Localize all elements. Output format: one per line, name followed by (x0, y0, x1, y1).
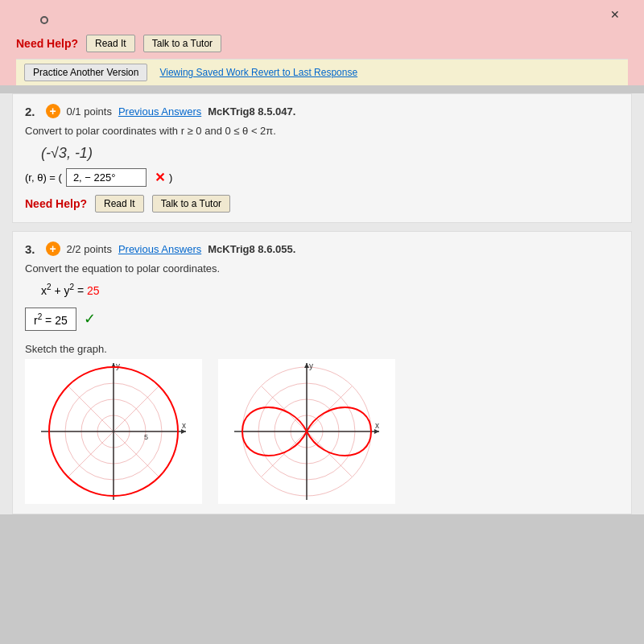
read-it-button-q2[interactable]: Read It (95, 195, 144, 213)
question-3-number: 3. (25, 242, 35, 256)
question-2-wrong-icon: ✕ (155, 170, 165, 185)
answer-suffix: ) (169, 171, 172, 184)
question-3-header: 3. + 2/2 points Previous Answers McKTrig… (25, 242, 619, 256)
practice-bar: Practice Another Version Viewing Saved W… (16, 59, 628, 85)
question-3-code: McKTrig8 8.6.055. (208, 243, 295, 255)
question-3-answer-row: r2 = 25 ✓ (25, 303, 619, 336)
question-3-answer-box[interactable]: r2 = 25 (25, 308, 76, 332)
polar-graph-2-svg: x y (218, 359, 395, 504)
eq-left: x2 + y2 (41, 284, 74, 297)
svg-text:5: 5 (144, 433, 148, 441)
viewing-saved-link[interactable]: Viewing Saved Work Revert to Last Respon… (159, 67, 357, 78)
need-help-row-top: Need Help? Read It Talk to a Tutor (16, 28, 628, 59)
answer-prefix: (r, θ) = ( (25, 171, 62, 184)
question-2-number: 2. (25, 105, 35, 118)
question-3-points: 2/2 points (67, 243, 112, 255)
question-2-instruction: Convert to polar coordinates with r ≥ 0 … (25, 125, 619, 137)
read-it-button-top[interactable]: Read It (86, 35, 135, 52)
polar-graph-1-svg: x y 5 (25, 359, 202, 504)
eq-right: 25 (87, 284, 100, 297)
question-3-block: 3. + 2/2 points Previous Answers McKTrig… (12, 231, 632, 514)
question-2-expression: (-√3, -1) (41, 145, 619, 162)
question-2-points: 0/1 points (67, 105, 112, 118)
question-3-prev-answers[interactable]: Previous Answers (118, 243, 201, 255)
svg-text:x: x (375, 421, 379, 430)
polar-graph-1[interactable]: x y 5 (25, 359, 202, 504)
polar-graph-2[interactable]: x y (218, 359, 395, 504)
svg-text:y: y (116, 361, 120, 370)
question-2-code: McKTrig8 8.5.047. (208, 105, 295, 118)
svg-line-30 (262, 386, 307, 431)
question-3-correct-icon: ✓ (84, 311, 96, 327)
main-content: 2. + 0/1 points Previous Answers McKTrig… (0, 93, 644, 514)
top-section: ✕ Need Help? Read It Talk to a Tutor Pra… (0, 0, 644, 85)
question-2-answer-box[interactable]: 2, − 225° (66, 168, 147, 187)
svg-line-29 (262, 431, 307, 477)
svg-line-28 (307, 386, 352, 431)
svg-line-31 (307, 431, 352, 477)
talk-tutor-button-top[interactable]: Talk to a Tutor (143, 35, 221, 52)
need-help-row-q2: Need Help? Read It Talk to a Tutor (25, 195, 619, 213)
question-2-answer-row: (r, θ) = ( 2, − 225° ✕ ) (25, 168, 619, 187)
question-2-header: 2. + 0/1 points Previous Answers McKTrig… (25, 104, 619, 118)
question-3-equation: x2 + y2 = 25 (41, 283, 619, 297)
question-3-plus-icon: + (46, 242, 60, 256)
dismiss-icon[interactable]: ✕ (610, 8, 620, 21)
question-2-prev-answers[interactable]: Previous Answers (118, 105, 201, 118)
svg-line-11 (114, 431, 159, 477)
svg-text:x: x (182, 421, 186, 430)
svg-line-10 (68, 386, 114, 431)
need-help-label-top: Need Help? (16, 37, 78, 50)
svg-text:y: y (309, 361, 313, 370)
svg-line-8 (114, 386, 159, 431)
question-2-block: 2. + 0/1 points Previous Answers McKTrig… (12, 93, 632, 223)
question-3-instruction: Convert the equation to polar coordinate… (25, 262, 619, 275)
question-2-plus-icon: + (46, 104, 60, 118)
sketch-label: Sketch the graph. (25, 343, 619, 355)
talk-tutor-button-q2[interactable]: Talk to a Tutor (152, 195, 230, 213)
radio-dot (40, 16, 48, 24)
page-wrapper: ✕ Need Help? Read It Talk to a Tutor Pra… (0, 0, 644, 514)
practice-another-button[interactable]: Practice Another Version (24, 64, 147, 81)
need-help-label-q2: Need Help? (25, 197, 87, 210)
graphs-row: x y 5 (25, 359, 619, 504)
eq-equals: = (77, 284, 87, 297)
svg-line-9 (68, 431, 114, 477)
